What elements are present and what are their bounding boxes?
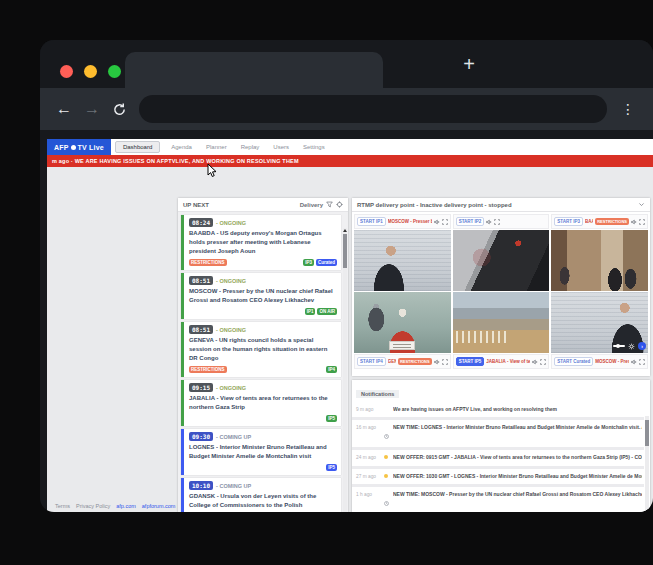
up-next-item-gdansk[interactable]: 10:10 - COMING UP GDANSK - Ursula von de…	[181, 478, 341, 512]
afp-com-link[interactable]: afp.com	[116, 503, 136, 509]
start-curated-button[interactable]: START Curated	[554, 357, 593, 366]
nav-item-dashboard[interactable]: Dashboard	[115, 141, 160, 153]
notification-row[interactable]: 27 m ago NEW OFFER: 1030 GMT - LOGNES - …	[352, 469, 644, 487]
filter-funnel-icon[interactable]	[326, 201, 333, 208]
speaker-icon[interactable]	[631, 359, 637, 365]
video-preview-ip2[interactable]	[453, 230, 550, 291]
up-next-item-geneva[interactable]: 08:51 - ONGOING GENEVA - UN rights counc…	[181, 322, 341, 377]
reload-button[interactable]	[112, 102, 127, 117]
nav-item-replay[interactable]: Replay	[234, 142, 267, 152]
start-ip1-button[interactable]: START IP1	[357, 217, 386, 226]
player-grid: START IP1 MOSCOW - Presser by t... START…	[352, 212, 650, 376]
scroll-up-icon[interactable]	[343, 229, 347, 232]
start-ip5-button[interactable]: START IP5	[456, 357, 485, 366]
video-preview-ip4-geneva[interactable]	[354, 292, 451, 353]
up-next-title: UP NEXT	[183, 202, 209, 208]
address-bar[interactable]	[139, 95, 607, 123]
fullscreen-icon[interactable]	[442, 219, 448, 225]
speaker-icon[interactable]	[532, 359, 538, 365]
event-time: 08:24	[189, 218, 213, 227]
filter-reset-icon[interactable]	[336, 201, 343, 208]
chevron-down-icon[interactable]	[638, 201, 645, 208]
browser-menu-button[interactable]: ⋮	[619, 101, 637, 117]
close-window-button[interactable]	[60, 65, 73, 78]
player-title: JABALIA - View of tents ...	[486, 359, 530, 364]
alert-banner[interactable]: m ago · WE ARE HAVING ISSUES ON AFPTVLIV…	[47, 155, 653, 167]
event-status: - COMING UP	[216, 434, 251, 440]
notification-text: NEW OFFER: 0915 GMT - JABALIA - View of …	[393, 454, 642, 461]
browser-toolbar: ← → ⋮	[40, 88, 653, 130]
browser-tab[interactable]	[125, 52, 383, 88]
restrictions-badge: RESTRICTIONS	[398, 358, 432, 365]
speaker-icon[interactable]	[434, 219, 440, 225]
event-title: MOSCOW - Presser by the UN nuclear chief…	[189, 287, 337, 305]
restrictions-badge: RESTRICTIONS	[595, 218, 629, 225]
clock-icon	[384, 424, 390, 443]
video-controls: ›	[613, 342, 646, 350]
start-ip3-button[interactable]: START IP3	[554, 217, 583, 226]
notification-row[interactable]: 1 h ago NEW TIME: MOSCOW - Presser by th…	[352, 487, 644, 512]
delivery-filter-label[interactable]: Delivery	[300, 202, 323, 208]
start-ip4-button[interactable]: START IP4	[357, 357, 386, 366]
back-button[interactable]: ←	[56, 100, 72, 118]
up-next-item-moscow[interactable]: 08:51 - ONGOING MOSCOW - Presser by the …	[181, 273, 341, 319]
terms-link[interactable]: Terms	[55, 503, 70, 509]
fullscreen-icon[interactable]	[442, 359, 448, 365]
afp-tv-live-logo[interactable]: AFP TV Live	[47, 139, 111, 155]
notification-row[interactable]: 24 m ago NEW OFFER: 0915 GMT - JABALIA -…	[352, 450, 644, 468]
afpforum-com-link[interactable]: afpforum.com	[142, 503, 176, 509]
player-title: BAABDA - US deputy en...	[585, 219, 593, 224]
notification-row[interactable]: 9 m ago We are having issues on AFPTV Li…	[352, 402, 644, 420]
forward-button[interactable]: →	[84, 100, 100, 118]
up-next-list: 08:24 - ONGOING BAABDA - US deputy envoy…	[178, 212, 348, 512]
delivery-badge: IP5	[326, 464, 337, 471]
up-next-scrollbar[interactable]	[343, 228, 347, 512]
video-preview-ip3-baabda[interactable]	[551, 230, 648, 291]
nav-item-planner[interactable]: Planner	[199, 142, 234, 152]
fullscreen-icon[interactable]	[639, 359, 645, 365]
start-ip2-button[interactable]: START IP2	[456, 217, 485, 226]
event-time: 08:51	[189, 325, 213, 334]
speaker-icon[interactable]	[486, 219, 492, 225]
speaker-icon[interactable]	[631, 219, 637, 225]
nav-item-agenda[interactable]: Agenda	[164, 142, 199, 152]
event-status: - COMING UP	[216, 483, 251, 489]
video-preview-ip1-moscow[interactable]	[354, 230, 451, 291]
notifications-scrollbar[interactable]	[645, 416, 649, 512]
window-controls	[60, 65, 121, 78]
player-action-icon[interactable]: ›	[638, 342, 646, 350]
notification-row[interactable]: 16 m ago NEW TIME: LOGNES - Interior Min…	[352, 420, 644, 450]
notification-text: NEW OFFER: 1030 GMT - LOGNES - Interior …	[393, 473, 642, 480]
logo-suffix: TV Live	[78, 144, 104, 151]
nav-item-users[interactable]: Users	[266, 142, 296, 152]
privacy-policy-link[interactable]: Privacy Policy	[76, 503, 110, 509]
up-next-item-lognes[interactable]: 09:30 - COMING UP LOGNES - Interior Mini…	[181, 429, 341, 475]
notifications-list: 9 m ago We are having issues on AFPTV Li…	[352, 402, 650, 512]
browser-window: + ← → ⋮ AFP TV Live Dashboard Agenda Pla…	[40, 40, 653, 512]
notification-time: 1 h ago	[356, 491, 381, 497]
volume-slider[interactable]	[613, 345, 625, 347]
fullscreen-icon[interactable]	[494, 219, 500, 225]
speaker-icon[interactable]	[434, 359, 440, 365]
up-next-item-baabda[interactable]: 08:24 - ONGOING BAABDA - US deputy envoy…	[181, 215, 341, 270]
afptvlive-page: AFP TV Live Dashboard Agenda Planner Rep…	[47, 139, 653, 512]
restrictions-badge: RESTRICTIONS	[189, 366, 227, 373]
notification-time: 24 m ago	[356, 454, 381, 460]
fullscreen-icon[interactable]	[540, 359, 546, 365]
maximize-window-button[interactable]	[108, 65, 121, 78]
fullscreen-icon[interactable]	[639, 219, 645, 225]
event-title: LOGNES - Interior Minister Bruno Retaill…	[189, 443, 337, 461]
event-status: - ONGOING	[216, 327, 246, 333]
minimize-window-button[interactable]	[84, 65, 97, 78]
video-preview-curated-moscow[interactable]: ›	[551, 292, 648, 353]
delivery-badge: ON AIR	[317, 308, 337, 315]
video-preview-ip5-jabalia[interactable]	[453, 292, 550, 353]
new-tab-button[interactable]: +	[455, 50, 483, 78]
up-next-item-jabalia[interactable]: 09:15 - ONGOING JABALIA - View of tents …	[181, 380, 341, 426]
settings-gear-icon[interactable]	[628, 343, 635, 350]
clock-icon	[384, 491, 390, 510]
event-status: - ONGOING	[216, 278, 246, 284]
event-title: JABALIA - View of tents area for returne…	[189, 394, 337, 412]
speaker-placard	[389, 341, 415, 350]
nav-item-settings[interactable]: Settings	[296, 142, 332, 152]
